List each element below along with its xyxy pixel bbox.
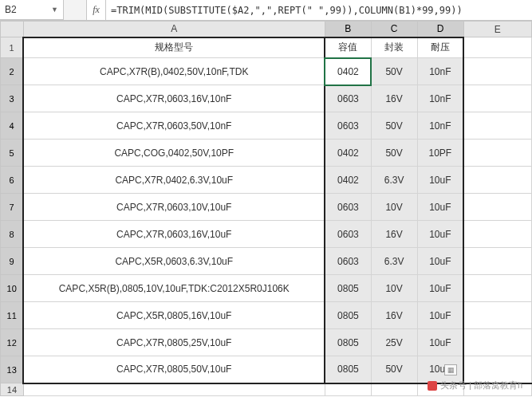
cell-A12[interactable]: CAPC,X7R,0805,25V,10uF bbox=[23, 329, 325, 356]
name-box[interactable]: B2 ▼ bbox=[0, 0, 64, 20]
cell-A10[interactable]: CAPC,X5R(B),0805,10V,10uF,TDK:C2012X5R0J… bbox=[23, 275, 325, 302]
cell-B3[interactable]: 0603 bbox=[325, 85, 371, 112]
cell-E7[interactable] bbox=[463, 194, 531, 221]
cell-D14[interactable] bbox=[417, 383, 463, 396]
cell-B6[interactable]: 0402 bbox=[325, 167, 371, 194]
cell-A3[interactable]: CAPC,X7R,0603,16V,10nF bbox=[23, 85, 325, 112]
cell-C1[interactable]: 封装 bbox=[371, 37, 417, 58]
row-header-6[interactable]: 6 bbox=[1, 167, 24, 194]
cell-E12[interactable] bbox=[463, 329, 531, 356]
cell-E5[interactable] bbox=[463, 140, 531, 167]
cell-B8[interactable]: 0603 bbox=[325, 221, 371, 248]
col-header-C[interactable]: C bbox=[371, 22, 417, 37]
cell-E13[interactable] bbox=[463, 356, 531, 383]
cell-A6[interactable]: CAPC,X7R,0402,6.3V,10uF bbox=[23, 167, 325, 194]
row-header-11[interactable]: 11 bbox=[1, 302, 24, 329]
fx-button[interactable]: fx bbox=[86, 0, 105, 20]
name-box-value: B2 bbox=[5, 4, 17, 15]
col-header-D[interactable]: D bbox=[417, 22, 463, 37]
row-header-9[interactable]: 9 bbox=[1, 248, 24, 275]
cell-A1[interactable]: 规格型号 bbox=[23, 37, 325, 58]
cell-A5[interactable]: CAPC,COG,0402,50V,10PF bbox=[23, 140, 325, 167]
row-header-4[interactable]: 4 bbox=[1, 112, 24, 140]
row-header-14[interactable]: 14 bbox=[1, 383, 24, 396]
cell-D10[interactable]: 10uF bbox=[417, 275, 463, 302]
cell-B1[interactable]: 容值 bbox=[325, 37, 371, 58]
cell-B14[interactable] bbox=[325, 383, 371, 396]
formula-bar-spacer bbox=[64, 0, 86, 20]
cell-E4[interactable] bbox=[463, 112, 531, 140]
row-header-10[interactable]: 10 bbox=[1, 275, 24, 302]
cell-C3[interactable]: 16V bbox=[371, 85, 417, 112]
cell-B12[interactable]: 0805 bbox=[325, 329, 371, 356]
cell-C8[interactable]: 16V bbox=[371, 221, 417, 248]
cell-C10[interactable]: 10V bbox=[371, 275, 417, 302]
cell-A4[interactable]: CAPC,X7R,0603,50V,10nF bbox=[23, 112, 325, 140]
row-header-3[interactable]: 3 bbox=[1, 85, 24, 112]
cell-D3[interactable]: 10nF bbox=[417, 85, 463, 112]
cell-E10[interactable] bbox=[463, 275, 531, 302]
cell-D4[interactable]: 10nF bbox=[417, 112, 463, 140]
cell-C5[interactable]: 50V bbox=[371, 140, 417, 167]
cell-D7[interactable]: 10uF bbox=[417, 194, 463, 221]
cell-D11[interactable]: 10uF bbox=[417, 302, 463, 329]
cell-E1[interactable] bbox=[463, 37, 531, 58]
cell-A7[interactable]: CAPC,X7R,0603,10V,10uF bbox=[23, 194, 325, 221]
cell-E14[interactable] bbox=[463, 383, 531, 396]
cell-C12[interactable]: 25V bbox=[371, 329, 417, 356]
cell-B4[interactable]: 0603 bbox=[325, 112, 371, 140]
cell-A8[interactable]: CAPC,X7R,0603,16V,10uF bbox=[23, 221, 325, 248]
col-header-E[interactable]: E bbox=[463, 22, 531, 37]
cell-D5[interactable]: 10PF bbox=[417, 140, 463, 167]
row-header-8[interactable]: 8 bbox=[1, 221, 24, 248]
spreadsheet-grid[interactable]: A B C D E 1 规格型号 容值 封装 耐压 2 CAPC,X7R(B),… bbox=[0, 21, 532, 396]
cell-B13[interactable]: 0805 bbox=[325, 356, 371, 383]
cell-C4[interactable]: 50V bbox=[371, 112, 417, 140]
cell-E11[interactable] bbox=[463, 302, 531, 329]
cell-D8[interactable]: 10uF bbox=[417, 221, 463, 248]
row-header-7[interactable]: 7 bbox=[1, 194, 24, 221]
cell-C9[interactable]: 6.3V bbox=[371, 248, 417, 275]
cell-A11[interactable]: CAPC,X5R,0805,16V,10uF bbox=[23, 302, 325, 329]
cell-C13[interactable]: 50V bbox=[371, 356, 417, 383]
cell-C14[interactable] bbox=[371, 383, 417, 396]
cell-C2[interactable]: 50V bbox=[371, 58, 417, 85]
cell-E9[interactable] bbox=[463, 248, 531, 275]
cell-E6[interactable] bbox=[463, 167, 531, 194]
cell-B5[interactable]: 0402 bbox=[325, 140, 371, 167]
cell-B11[interactable]: 0805 bbox=[325, 302, 371, 329]
cell-A13[interactable]: CAPC,X7R,0805,50V,10uF bbox=[23, 356, 325, 383]
cell-D9[interactable]: 10uF bbox=[417, 248, 463, 275]
cell-D2[interactable]: 10nF bbox=[417, 58, 463, 85]
cell-B10[interactable]: 0805 bbox=[325, 275, 371, 302]
chevron-down-icon[interactable]: ▼ bbox=[51, 6, 58, 14]
autofill-options-icon[interactable]: ▦ bbox=[444, 364, 457, 375]
cell-B9[interactable]: 0603 bbox=[325, 248, 371, 275]
formula-bar: B2 ▼ fx =TRIM(MID(SUBSTITUTE($A2,",",REP… bbox=[0, 0, 532, 21]
cell-D1[interactable]: 耐压 bbox=[417, 37, 463, 58]
cell-A14[interactable] bbox=[23, 383, 325, 396]
cell-E8[interactable] bbox=[463, 221, 531, 248]
cell-C7[interactable]: 10V bbox=[371, 194, 417, 221]
col-header-A[interactable]: A bbox=[23, 22, 325, 37]
cell-E2[interactable] bbox=[463, 58, 531, 85]
col-header-B[interactable]: B bbox=[325, 22, 371, 37]
cell-E3[interactable] bbox=[463, 85, 531, 112]
row-header-12[interactable]: 12 bbox=[1, 329, 24, 356]
cell-B2[interactable]: 0402 bbox=[325, 58, 371, 85]
row-header-1[interactable]: 1 bbox=[1, 37, 24, 58]
row-header-2[interactable]: 2 bbox=[1, 58, 24, 85]
cell-C11[interactable]: 16V bbox=[371, 302, 417, 329]
row-header-5[interactable]: 5 bbox=[1, 140, 24, 167]
cell-C6[interactable]: 6.3V bbox=[371, 167, 417, 194]
row-header-13[interactable]: 13 bbox=[1, 356, 24, 383]
cell-D6[interactable]: 10uF bbox=[417, 167, 463, 194]
cell-A2[interactable]: CAPC,X7R(B),0402,50V,10nF,TDK bbox=[23, 58, 325, 85]
select-all-corner[interactable] bbox=[1, 22, 24, 37]
cell-A9[interactable]: CAPC,X5R,0603,6.3V,10uF bbox=[23, 248, 325, 275]
cell-B7[interactable]: 0603 bbox=[325, 194, 371, 221]
cell-D12[interactable]: 10uF bbox=[417, 329, 463, 356]
formula-input[interactable]: =TRIM(MID(SUBSTITUTE($A2,",",REPT(" ",99… bbox=[105, 0, 532, 20]
